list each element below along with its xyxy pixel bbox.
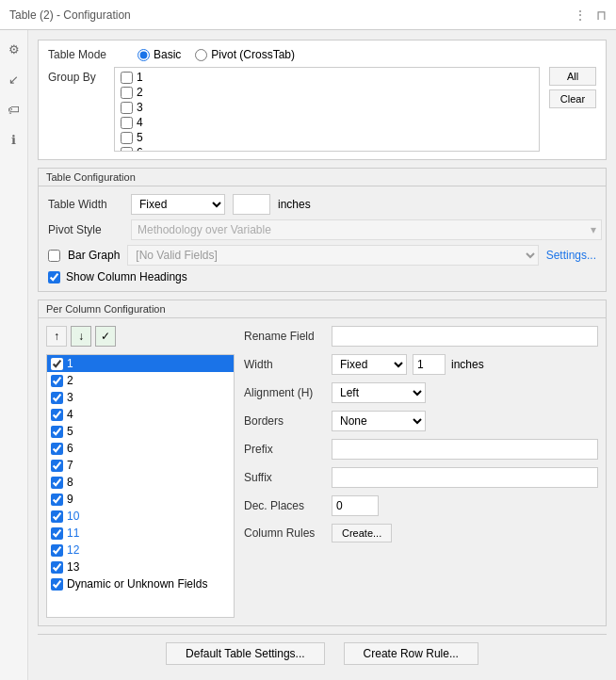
pivot-style-label: Pivot Style <box>48 223 123 236</box>
field-item-5[interactable]: 5 <box>47 423 234 440</box>
field-check-6[interactable] <box>51 443 63 455</box>
width-select[interactable]: Fixed Auto <box>332 354 407 375</box>
field-item-8[interactable]: 8 <box>47 474 234 491</box>
dynamic-field-label: Dynamic or Unknown Fields <box>67 577 207 591</box>
table-width-unit: inches <box>278 198 311 211</box>
group-by-check-6[interactable] <box>121 147 133 153</box>
group-by-check-1[interactable] <box>121 72 133 84</box>
group-by-list[interactable]: 1 2 3 4 5 6 <box>114 67 540 152</box>
default-table-settings-button[interactable]: Default Table Settings... <box>166 642 325 665</box>
table-width-select[interactable]: Fixed Auto <box>131 194 225 215</box>
per-col-toolbar: ↑ ↓ ✓ <box>46 326 235 347</box>
basic-radio[interactable] <box>138 49 150 61</box>
group-by-check-5[interactable] <box>121 132 133 144</box>
field-check-12[interactable] <box>51 544 63 557</box>
field-check-dynamic[interactable] <box>51 578 63 591</box>
field-check-11[interactable] <box>51 527 63 540</box>
prefix-input[interactable] <box>332 439 598 460</box>
clear-button[interactable]: Clear <box>549 89 596 108</box>
all-button[interactable]: All <box>549 67 596 86</box>
align-h-select[interactable]: Left Center Right <box>332 382 426 403</box>
width-label: Width <box>244 358 324 371</box>
arrow-icon[interactable]: ↙ <box>5 70 24 89</box>
settings-link[interactable]: Settings... <box>546 249 596 262</box>
field-item-12[interactable]: 12 <box>47 542 234 559</box>
field-item-dynamic[interactable]: Dynamic or Unknown Fields <box>47 575 234 592</box>
field-check-7[interactable] <box>51 460 63 472</box>
prefix-label: Prefix <box>244 443 324 456</box>
create-button[interactable]: Create... <box>332 524 392 542</box>
rename-field-input[interactable] <box>332 326 598 347</box>
per-col-left: ↑ ↓ ✓ 1 2 3 <box>46 326 235 618</box>
per-col-title: Per Column Configuration <box>39 300 606 318</box>
table-mode-section: Table Mode Basic Pivot (CrossTab) Group … <box>38 40 607 160</box>
show-col-headings-checkbox[interactable] <box>48 271 60 283</box>
group-by-check-4[interactable] <box>121 117 133 129</box>
create-row-rule-button[interactable]: Create Row Rule... <box>344 642 478 665</box>
field-item-9[interactable]: 9 <box>47 491 234 508</box>
suffix-row: Suffix <box>244 467 598 488</box>
group-by-item-1[interactable]: 1 <box>117 70 537 85</box>
bar-graph-select[interactable]: [No Valid Fields] <box>127 245 538 266</box>
width-row: Width Fixed Auto inches <box>244 354 598 375</box>
table-config-section: Table Configuration Table Width Fixed Au… <box>38 168 607 292</box>
suffix-input[interactable] <box>332 467 598 488</box>
dec-places-input[interactable] <box>332 495 379 516</box>
info-icon[interactable]: ℹ <box>5 130 24 149</box>
borders-label: Borders <box>244 414 324 428</box>
group-by-item-4[interactable]: 4 <box>117 115 537 130</box>
dec-places-label: Dec. Places <box>244 499 324 512</box>
col-rules-label: Column Rules <box>244 526 324 540</box>
tag-icon[interactable]: 🏷 <box>5 100 24 119</box>
field-check-1[interactable] <box>51 358 63 370</box>
table-mode-label: Table Mode <box>48 48 123 61</box>
field-item-7[interactable]: 7 <box>47 457 234 474</box>
group-by-item-5[interactable]: 5 <box>117 130 537 145</box>
width-controls: Fixed Auto inches <box>332 354 484 375</box>
menu-icon[interactable]: ⋮ <box>574 8 587 23</box>
bar-graph-label: Bar Graph <box>68 249 120 262</box>
field-list[interactable]: 1 2 3 4 5 <box>46 354 235 618</box>
field-check-5[interactable] <box>51 426 63 438</box>
table-width-input[interactable]: 13 <box>233 194 270 215</box>
prefix-row: Prefix <box>244 439 598 460</box>
field-item-10[interactable]: 10 <box>47 508 234 525</box>
footer-buttons: Default Table Settings... Create Row Rul… <box>38 634 607 672</box>
basic-radio-label[interactable]: Basic <box>138 48 181 61</box>
pivot-radio-label[interactable]: Pivot (CrossTab) <box>195 48 295 61</box>
field-item-1[interactable]: 1 <box>47 355 234 372</box>
group-by-item-6[interactable]: 6 <box>117 145 537 152</box>
field-check-10[interactable] <box>51 510 63 523</box>
pivot-style-row: Pivot Style ▾ <box>48 219 596 240</box>
dec-places-spinner[interactable] <box>332 495 379 516</box>
check-button[interactable]: ✓ <box>95 326 116 347</box>
field-check-2[interactable] <box>51 375 63 387</box>
group-by-label: Group By <box>48 67 105 84</box>
field-check-13[interactable] <box>51 561 63 574</box>
group-by-item-3[interactable]: 3 <box>117 100 537 115</box>
settings-icon[interactable]: ⚙ <box>5 40 24 58</box>
bar-graph-checkbox[interactable] <box>48 250 60 262</box>
move-down-button[interactable]: ↓ <box>71 326 91 347</box>
table-width-label: Table Width <box>48 198 123 211</box>
borders-select[interactable]: None All Outer <box>332 411 426 431</box>
field-item-13[interactable]: 13 <box>47 559 234 575</box>
field-item-11[interactable]: 11 <box>47 525 234 542</box>
width-input[interactable] <box>413 354 446 375</box>
group-by-check-2[interactable] <box>121 87 133 99</box>
field-item-4[interactable]: 4 <box>47 406 234 423</box>
field-check-8[interactable] <box>51 477 63 489</box>
group-by-item-2[interactable]: 2 <box>117 85 537 100</box>
field-check-4[interactable] <box>51 409 63 421</box>
field-item-2[interactable]: 2 <box>47 372 234 389</box>
field-check-3[interactable] <box>51 392 63 404</box>
field-item-6[interactable]: 6 <box>47 440 234 457</box>
pin-icon[interactable]: ⊓ <box>596 8 607 23</box>
group-by-check-3[interactable] <box>121 102 133 114</box>
pivot-style-input <box>131 219 602 240</box>
bar-graph-row: Bar Graph [No Valid Fields] Settings... <box>48 245 596 266</box>
field-item-3[interactable]: 3 <box>47 389 234 406</box>
move-up-button[interactable]: ↑ <box>46 326 67 347</box>
field-check-9[interactable] <box>51 494 63 506</box>
pivot-radio[interactable] <box>195 49 207 61</box>
